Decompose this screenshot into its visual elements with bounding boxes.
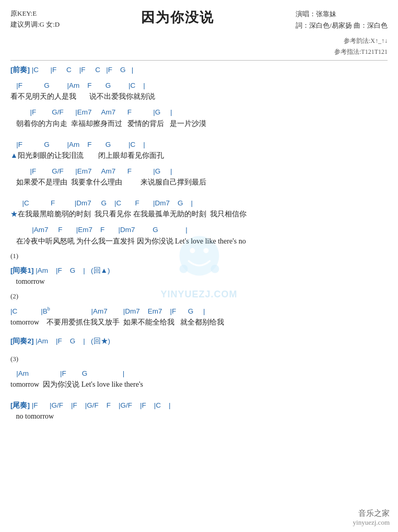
credits: 詞：深白色/易家扬 曲：深白色 xyxy=(296,20,388,31)
original-key: 原KEY:E xyxy=(10,8,60,19)
verse2b-chords: |F G/F |Em7 Am7 F |G | xyxy=(10,166,388,177)
song-title: 因为你没说 xyxy=(60,8,296,27)
interlude1-chords: [间奏1] |Am |F G | (回▲) xyxy=(10,265,388,276)
header-center: 因为你没说 xyxy=(60,8,296,27)
paren2-text: (2) xyxy=(10,292,388,300)
outro-label: [尾奏] xyxy=(10,401,30,409)
page: YINYUEZJ.COM 原KEY:E 建议男调:G 女:D 因为你没说 演唱：… xyxy=(0,0,398,532)
section-verse3: |C |Bb |Am7 |Dm7 Em7 |F G | tomorrow 不要用… xyxy=(10,306,388,328)
verse2a-lyrics: ▲阳光刺眼的让我泪流 闭上眼却看见你面孔 xyxy=(10,150,388,161)
chorus1a-chords: |C F |Dm7 G |C F |Dm7 G | xyxy=(10,198,388,209)
interlude2-label: [间奏2] xyxy=(10,337,34,345)
interlude1-lyrics: tomorrow xyxy=(10,276,388,287)
section-paren2: (2) xyxy=(10,292,388,300)
footer-logo: 音乐之家 yinyuezj.com xyxy=(353,508,390,527)
footer-logo-zh: 音乐之家 xyxy=(353,508,390,518)
verse2b-lyrics: 如果爱不是理由 我要拿什么理由 来说服自己撑到最后 xyxy=(10,177,388,188)
interlude1-label: [间奏1] xyxy=(10,267,34,274)
verse4-lyrics: tomorrow 因为你没说 Let's love like there's xyxy=(10,379,388,390)
verse2a-chords: |F G |Am F G |C | xyxy=(10,140,388,150)
verse3-chords: |C |Bb |Am7 |Dm7 Em7 |F G | xyxy=(10,306,388,317)
divider xyxy=(10,60,388,61)
chorus1b-chords: |Am7 F |Em7 F |Dm7 G | xyxy=(10,225,388,235)
outro-chords: [尾奏] |F |G/F |F |G/F F |G/F |F |C | xyxy=(10,400,388,411)
section-verse1b: |F G/F |Em7 Am7 F |G | 朝着你的方向走 幸福却擦身而过 爱… xyxy=(10,107,388,129)
ref-info: 参考韵法:X↑_↑↓ 参考指法:T121T121 xyxy=(10,36,388,57)
section-paren1: (1) xyxy=(10,252,388,260)
interlude2-chords: [间奏2] |Am |F G | (回★) xyxy=(10,336,388,346)
section-outro: [尾奏] |F |G/F |F |G/F F |G/F |F |C | no t… xyxy=(10,400,388,422)
verse4-chords: |Am |F G | xyxy=(10,368,388,379)
verse3-lyrics: tomorrow 不要用爱抓住我又放手 如果不能全给我 就全都别给我 xyxy=(10,317,388,328)
paren3-text: (3) xyxy=(10,355,388,363)
header: 原KEY:E 建议男调:G 女:D 因为你没说 演唱：张靠妹 詞：深白色/易家扬… xyxy=(10,8,388,31)
section-verse4: |Am |F G | tomorrow 因为你没说 Let's love lik… xyxy=(10,368,388,390)
singer: 演唱：张靠妹 xyxy=(296,8,388,20)
verse1b-lyrics: 朝着你的方向走 幸福却擦身而过 爱情的背后 是一片沙漠 xyxy=(10,118,388,129)
section-prelude: [前奏] |C |F C |F C |F G | xyxy=(10,65,388,75)
chorus1b-lyrics: 在冷夜中听风怒吼 为什么我一直发抖 因为你没说 Let's love like … xyxy=(10,236,388,247)
section-chorus1b: |Am7 F |Em7 F |Dm7 G | 在冷夜中听风怒吼 为什么我一直发抖… xyxy=(10,225,388,246)
header-right: 演唱：张靠妹 詞：深白色/易家扬 曲：深白色 xyxy=(296,8,388,31)
paren1-text: (1) xyxy=(10,252,388,260)
verse1b-chords: |F G/F |Em7 Am7 F |G | xyxy=(10,107,388,118)
verse1a-lyrics: 看不见明天的人是我 说不出爱我你就别说 xyxy=(10,91,388,102)
outro-lyrics: no tomorrow xyxy=(10,411,388,422)
footer-logo-en: yinyuezj.com xyxy=(353,518,390,527)
header-meta: 原KEY:E 建议男调:G 女:D xyxy=(10,8,60,30)
section-paren3: (3) xyxy=(10,355,388,363)
section-interlude2: [间奏2] |Am |F G | (回★) xyxy=(10,336,388,346)
ref-rhythm: 参考韵法:X↑_↑↓ xyxy=(10,36,388,46)
section-interlude1: [间奏1] |Am |F G | (回▲) tomorrow xyxy=(10,265,388,287)
section-verse2b: |F G/F |Em7 Am7 F |G | 如果爱不是理由 我要拿什么理由 来… xyxy=(10,166,388,188)
section-verse1a: |F G |Am F G |C | 看不见明天的人是我 说不出爱我你就别说 xyxy=(10,80,388,102)
prelude-label: [前奏] xyxy=(10,66,30,74)
section-chorus1a: |C F |Dm7 G |C F |Dm7 G | ★在我最黑暗脆弱的时刻 我只… xyxy=(10,198,388,219)
ref-fingering: 参考指法:T121T121 xyxy=(10,47,388,57)
section-verse2a: |F G |Am F G |C | ▲阳光刺眼的让我泪流 闭上眼却看见你面孔 xyxy=(10,140,388,161)
prelude-chords: [前奏] |C |F C |F C |F G | xyxy=(10,65,388,75)
verse1a-chords: |F G |Am F G |C | xyxy=(10,80,388,91)
chorus1a-lyrics: ★在我最黑暗脆弱的时刻 我只看见你 在我最孤单无助的时刻 我只相信你 xyxy=(10,209,388,219)
suggested-key: 建议男调:G 女:D xyxy=(10,19,60,30)
